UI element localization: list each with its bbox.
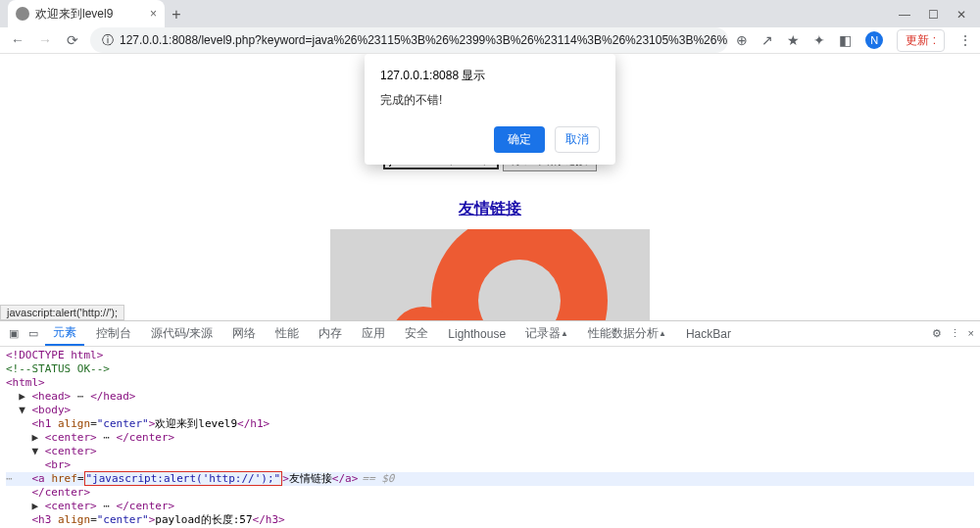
extensions-icon[interactable]: ✦ [813, 32, 825, 48]
minimize-icon[interactable]: — [899, 8, 910, 22]
update-button[interactable]: 更新 : [897, 29, 945, 52]
tab-performance[interactable]: 性能 [268, 321, 307, 346]
devtools-tabs: ▣ ▭ 元素 控制台 源代码/来源 网络 性能 内存 应用 安全 Lightho… [0, 321, 980, 347]
alert-cancel-button[interactable]: 取消 [555, 126, 600, 153]
maximize-icon[interactable]: ☐ [928, 8, 939, 22]
alert-title: 127.0.0.1:8088 显示 [380, 68, 600, 84]
tab-sources[interactable]: 源代码/来源 [143, 321, 220, 346]
elements-tree[interactable]: <!DOCTYPE html> <!--STATUS OK--> <html> … [0, 347, 980, 528]
reload-icon[interactable]: ⟳ [63, 32, 82, 48]
forward-icon: → [35, 32, 55, 48]
status-tooltip: javascript:alert('http://'); [0, 305, 124, 320]
new-tab-button[interactable]: + [165, 6, 188, 27]
translate-icon[interactable]: ⊕ [736, 32, 748, 48]
page-image [330, 229, 650, 320]
tab-elements[interactable]: 元素 [45, 321, 84, 346]
inspect-icon[interactable]: ▣ [6, 327, 22, 340]
url-text: 127.0.0.1:8088/level9.php?keyword=java%2… [120, 33, 728, 47]
tab-hackbar[interactable]: HackBar [678, 321, 739, 346]
more-icon[interactable]: ⋮ [950, 327, 960, 340]
tab-recorder[interactable]: 记录器 ▲ [517, 321, 576, 346]
share-icon[interactable]: ↗ [761, 32, 773, 48]
device-icon[interactable]: ▭ [25, 327, 41, 340]
tab-console[interactable]: 控制台 [88, 321, 139, 346]
settings-icon[interactable]: ⚙ [932, 327, 942, 340]
close-window-icon[interactable]: ✕ [956, 8, 966, 22]
avatar[interactable]: N [865, 31, 883, 49]
alert-message: 完成的不错! [380, 92, 600, 109]
alert-ok-button[interactable]: 确定 [494, 126, 545, 153]
tab-application[interactable]: 应用 [354, 321, 393, 346]
tab-network[interactable]: 网络 [224, 321, 264, 346]
tab-security[interactable]: 安全 [397, 321, 436, 346]
tab-bar: 欢迎来到level9 × + — ☐ ✕ [0, 0, 980, 27]
friend-link[interactable]: 友情链接 [459, 199, 521, 219]
browser-tab[interactable]: 欢迎来到level9 × [8, 0, 165, 27]
page-content: 127.0.0.1:8088 显示 完成的不错! 确定 取消 添加友情链接 友情… [0, 54, 980, 320]
url-input[interactable]: ⓘ 127.0.0.1:8088/level9.php?keyword=java… [90, 27, 728, 53]
devtools-panel: ▣ ▭ 元素 控制台 源代码/来源 网络 性能 内存 应用 安全 Lightho… [0, 320, 980, 528]
close-devtools-icon[interactable]: × [968, 327, 974, 340]
tab-perf-insights[interactable]: 性能数据分析 ▲ [580, 321, 674, 346]
tab-memory[interactable]: 内存 [311, 321, 350, 346]
bookmark-icon[interactable]: ★ [787, 32, 800, 48]
back-icon[interactable]: ← [8, 32, 27, 48]
menu-icon[interactable]: ⋮ [958, 32, 972, 48]
address-bar: ← → ⟳ ⓘ 127.0.0.1:8088/level9.php?keywor… [0, 27, 980, 54]
javascript-alert: 127.0.0.1:8088 显示 完成的不错! 确定 取消 [365, 54, 615, 165]
tab-lighthouse[interactable]: Lighthouse [440, 321, 514, 346]
tab-title: 欢迎来到level9 [35, 6, 113, 23]
devtools-icon[interactable]: ◧ [839, 32, 852, 48]
selected-element-row[interactable]: ⋯ <a href="javascript:alert('http://');"… [6, 472, 974, 486]
globe-icon [16, 7, 29, 21]
close-icon[interactable]: × [150, 7, 157, 21]
